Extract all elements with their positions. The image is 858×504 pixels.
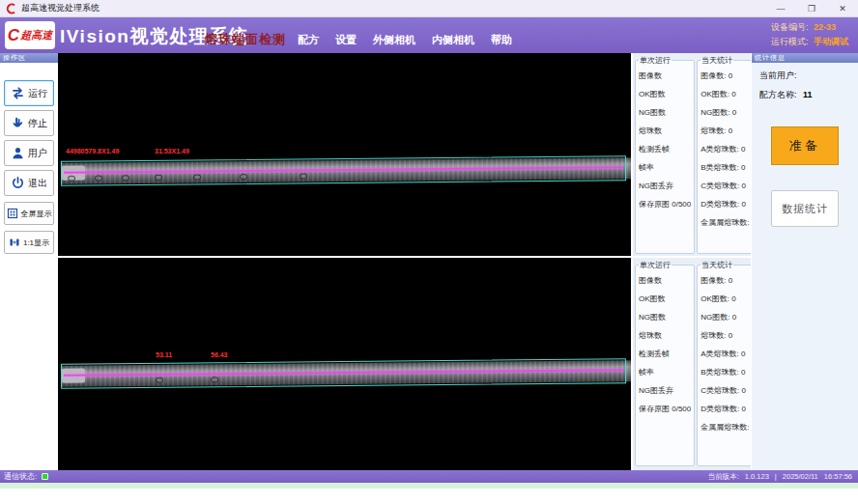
info-panel-title: 统计信息 — [752, 53, 858, 63]
stop-hand-icon — [11, 116, 25, 130]
bead-mark — [156, 378, 163, 383]
bead-mark — [155, 175, 162, 181]
weld-bead-strip — [58, 353, 631, 394]
stat-row: OK图数 — [639, 85, 691, 103]
brand-text: 超高速 — [20, 28, 52, 42]
info-panel: 统计信息 当前用户: 配方名称: 11 准备 数据统计 — [751, 53, 858, 470]
bead-mark — [95, 175, 102, 181]
run-mode-value: 手动调试 — [814, 37, 848, 46]
exit-button-label: 退出 — [28, 177, 47, 190]
os-titlebar: 超高速视觉处理系统 — ❐ ✕ — [0, 0, 858, 17]
user-button[interactable]: 用户 — [4, 140, 54, 166]
exit-button[interactable]: 退出 — [4, 170, 54, 196]
stat-row: OK图数: 0 — [701, 85, 756, 103]
today-stats-title: 当天统计 — [701, 55, 733, 66]
stat-row: 熔珠数 — [639, 326, 691, 345]
stat-row: NG图数: 0 — [701, 103, 756, 122]
inner-camera-view[interactable]: 53.11 56.43 — [58, 258, 631, 470]
fullscreen-grid-icon — [7, 208, 18, 219]
version-label: 当前版本: — [708, 472, 739, 482]
one-to-one-button[interactable]: 1:1显示 — [4, 231, 54, 254]
weld-bead-strip — [58, 151, 631, 191]
stat-row: 帧率 — [639, 363, 691, 381]
stat-row: NG图数 — [639, 308, 691, 326]
stat-row: OK图数: 0 — [701, 290, 756, 308]
bead-mark — [240, 174, 247, 180]
stat-row: 熔珠数: 0 — [701, 122, 756, 140]
run-icon — [11, 86, 25, 100]
data-statistics-button[interactable]: 数据统计 — [771, 190, 839, 227]
stat-row: 帧率 — [639, 158, 691, 177]
bead-mark — [68, 176, 75, 182]
run-mode-line: 运行模式: 手动调试 — [771, 35, 848, 49]
single-run-title: 单次运行 — [639, 260, 672, 270]
menu-item[interactable]: 设置 — [335, 33, 357, 47]
single-run-title: 单次运行 — [639, 55, 672, 66]
measurement-annotation: 31.53X1.49 — [155, 148, 189, 154]
status-time: 16:57:56 — [824, 472, 852, 481]
stats-panel-outer: 单次运行 图像数OK图数NG图数熔珠数检测丢帧帧率NG图丢弃保存原图 0/500… — [633, 53, 751, 256]
status-date: 2025/02/11 — [783, 472, 818, 481]
stat-row: C类熔珠数: 0 — [701, 381, 756, 400]
status-right: 当前版本: 1.0.123 | 2025/02/11 16:57:56 — [708, 470, 852, 483]
stat-row: D类熔珠数: 0 — [701, 400, 756, 418]
maximize-button[interactable]: ❐ — [796, 0, 827, 17]
outer-camera-view[interactable]: 44980579.8X1.49 31.53X1.49 — [58, 53, 631, 256]
current-user-label: 当前用户: — [759, 70, 797, 80]
recipe-name-label: 配方名称: — [759, 90, 797, 99]
close-button[interactable]: ✕ — [827, 0, 858, 17]
app-logo-icon — [6, 3, 17, 14]
user-icon — [11, 146, 25, 160]
stat-row: D类熔珠数: 0 — [701, 195, 756, 213]
status-bar: 通信状态: 当前版本: 1.0.123 | 2025/02/11 16:57:5… — [0, 470, 858, 483]
run-button[interactable]: 运行 — [4, 80, 54, 106]
app-window: 超高速视觉处理系统 — ❐ ✕ C 超高速 IVision视觉处理系统 熔珠端面… — [0, 0, 858, 504]
stop-button[interactable]: 停止 — [4, 110, 54, 136]
sidebar-title: 操作区 — [0, 53, 58, 63]
stop-button-label: 停止 — [28, 117, 47, 130]
current-user-line: 当前用户: — [759, 70, 858, 82]
stat-row: 图像数: 0 — [701, 67, 756, 85]
stat-row: C类熔珠数: 0 — [701, 177, 756, 195]
bead-mark — [193, 174, 201, 180]
user-button-label: 用户 — [28, 147, 47, 160]
device-number-line: 设备编号: 22-33 — [771, 20, 848, 35]
menu-item[interactable]: 内侧相机 — [432, 33, 474, 47]
run-button-label: 运行 — [28, 87, 47, 100]
stat-row: NG图数: 0 — [701, 308, 756, 326]
sidebar-buttons: 运行 停止 — [0, 63, 58, 254]
single-run-group: 单次运行 图像数OK图数NG图数熔珠数检测丢帧帧率NG图丢弃保存原图 0/500 — [635, 55, 695, 254]
menu-item[interactable]: 帮助 — [491, 33, 512, 47]
recipe-name-value: 11 — [803, 90, 813, 99]
stat-row: 图像数 — [639, 271, 691, 290]
measurement-annotation: 44980579.8X1.49 — [66, 148, 119, 154]
statistics-column: 单次运行 图像数OK图数NG图数熔珠数检测丢帧帧率NG图丢弃保存原图 0/500… — [633, 53, 751, 470]
one-to-one-icon — [9, 237, 20, 248]
stat-row: 金属屑熔珠数: 0 — [701, 213, 756, 232]
menu-item[interactable]: 外侧相机 — [373, 33, 415, 47]
main-menu: 配方设置外侧相机内侧相机帮助 — [298, 27, 529, 52]
stat-row: NG图丢弃 — [639, 381, 691, 400]
stat-row: OK图数 — [639, 290, 691, 308]
app-header: C 超高速 IVision视觉处理系统 熔珠端面检测 配方设置外侧相机内侧相机帮… — [0, 17, 858, 53]
stat-row: 检测丢帧 — [639, 140, 691, 158]
fullscreen-button-label: 全屏显示 — [21, 209, 52, 219]
window-title: 超高速视觉处理系统 — [21, 2, 100, 14]
stats-panel-inner: 单次运行 图像数OK图数NG图数熔珠数检测丢帧帧率NG图丢弃保存原图 0/500… — [633, 256, 751, 468]
stat-row: NG图丢弃 — [639, 177, 691, 195]
version-value: 1.0.123 — [745, 472, 769, 481]
run-mode-label: 运行模式: — [771, 37, 809, 46]
menu-item[interactable]: 配方 — [298, 33, 319, 47]
device-number-label: 设备编号: — [771, 22, 809, 32]
brand-logo: C 超高速 — [5, 21, 55, 49]
fullscreen-button[interactable]: 全屏显示 — [4, 202, 54, 225]
stat-row: A类熔珠数: 0 — [701, 345, 756, 363]
desktop-strip — [0, 483, 858, 489]
one-to-one-button-label: 1:1显示 — [23, 238, 49, 248]
stat-row: 金属屑熔珠数: 0 — [701, 418, 756, 436]
single-run-group: 单次运行 图像数OK图数NG图数熔珠数检测丢帧帧率NG图丢弃保存原图 0/500 — [635, 260, 695, 466]
minimize-button[interactable]: — — [765, 0, 796, 17]
bead-mark — [300, 173, 307, 179]
operation-sidebar: 操作区 运行 — [0, 53, 58, 470]
prepare-button[interactable]: 准备 — [771, 126, 839, 165]
